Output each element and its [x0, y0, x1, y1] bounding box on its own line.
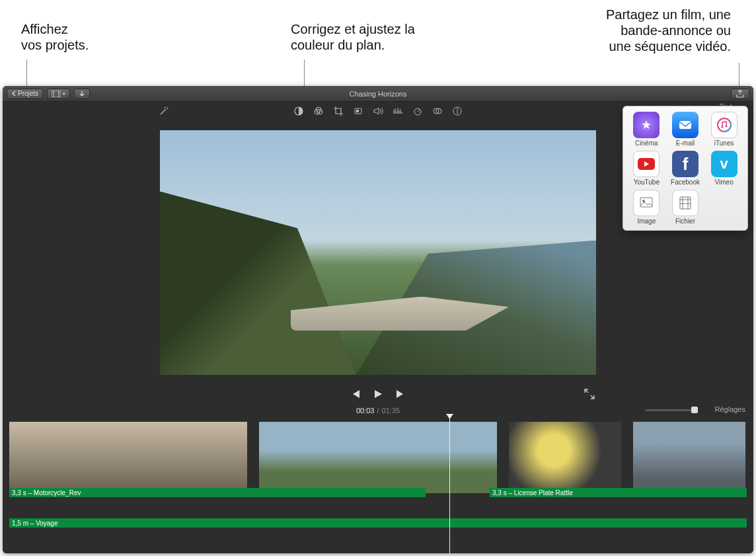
share-label: Cinéma [635, 139, 658, 147]
callout-text: bande-annonce ou [546, 22, 731, 38]
back-to-projects-button[interactable]: Projets [7, 89, 43, 99]
vimeo-icon: v [711, 151, 737, 177]
share-label: YouTube [634, 179, 660, 186]
share-label: Fichier [675, 218, 695, 225]
playback-controls [3, 385, 753, 403]
back-label: Projets [18, 90, 38, 97]
music-track: 1,5 m – Voyage [9, 518, 747, 528]
share-icon [736, 90, 744, 98]
svg-rect-8 [356, 110, 359, 112]
callout-leader-line [739, 63, 739, 87]
svg-point-19 [725, 126, 727, 128]
callout-share: Partagez un film, une bande-annonce ou u… [546, 7, 731, 54]
info-icon[interactable] [452, 106, 463, 116]
timeline-clip[interactable] [259, 422, 497, 493]
callout-color: Corrigez et ajustez la couleur du plan. [291, 21, 415, 53]
speed-icon[interactable] [412, 106, 423, 116]
callout-projects: Affichez vos projets. [21, 21, 89, 53]
magic-wand-icon[interactable] [159, 106, 169, 116]
svg-rect-23 [680, 197, 691, 209]
preview-image-content [160, 192, 356, 376]
filter-icon[interactable] [432, 106, 443, 116]
svg-point-22 [642, 200, 645, 202]
zoom-knob[interactable] [691, 407, 698, 413]
mail-icon [672, 112, 699, 138]
callout-text: vos projets. [21, 37, 89, 53]
zoom-track [645, 409, 698, 411]
toolbar-left: Projets ▾ [7, 89, 90, 99]
clip-thumbnail [9, 422, 128, 493]
clip-thumbnail [128, 422, 247, 493]
next-frame-button[interactable] [395, 389, 406, 399]
time-bar: 00:03 / 01:35 Réglages [3, 403, 753, 418]
share-label: Image [637, 218, 656, 225]
share-option-youtube[interactable]: YouTube [627, 151, 666, 186]
share-option-cinema[interactable]: ★ Cinéma [627, 112, 666, 147]
svg-rect-21 [640, 198, 652, 207]
share-option-file[interactable]: Fichier [666, 190, 705, 225]
playhead[interactable] [449, 418, 450, 553]
share-option-image[interactable]: Image [627, 190, 666, 225]
itunes-icon [711, 112, 737, 138]
crop-icon[interactable] [333, 106, 344, 116]
share-label: E-mail [676, 139, 695, 147]
chevron-left-icon [11, 91, 16, 97]
share-label: iTunes [714, 139, 734, 147]
timeline-clip[interactable] [633, 422, 745, 493]
music-clip[interactable]: 1,5 m – Voyage [9, 518, 747, 528]
download-arrow-icon [79, 91, 85, 97]
share-option-facebook[interactable]: f Facebook [666, 151, 705, 186]
svg-rect-0 [52, 91, 61, 97]
callout-text: Partagez un film, une [546, 7, 731, 22]
share-option-email[interactable]: E-mail [666, 112, 705, 147]
settings-button[interactable]: Réglages [715, 405, 745, 413]
share-label: Vimeo [715, 179, 734, 186]
share-option-vimeo[interactable]: v Vimeo [704, 151, 743, 186]
clip-thumbnail [509, 422, 621, 493]
video-track [9, 422, 747, 496]
fullscreen-button[interactable] [584, 389, 595, 399]
play-button[interactable] [373, 389, 383, 399]
callout-leader-line [26, 60, 27, 87]
chevron-down-icon: ▾ [63, 91, 65, 97]
import-button[interactable] [74, 89, 90, 99]
callout-text: couleur du plan. [291, 37, 415, 53]
app-window: Projets ▾ Chasing Horizons [3, 86, 753, 553]
color-correction-icon[interactable] [313, 106, 324, 116]
clip-thumbnail [633, 422, 745, 493]
toolbar: Projets ▾ Chasing Horizons [3, 86, 753, 102]
annotation-layer: Affichez vos projets. Corrigez et ajuste… [0, 0, 756, 86]
callout-text: une séquence vidéo. [546, 38, 731, 54]
library-view-button[interactable]: ▾ [47, 89, 70, 99]
facebook-icon: f [672, 151, 699, 177]
timeline-clip[interactable] [9, 422, 247, 493]
timeline[interactable]: 3,3 s – Motorcycle_Rev 3,3 s – License P… [3, 418, 753, 553]
svg-point-18 [721, 126, 723, 128]
prev-frame-button[interactable] [350, 389, 361, 399]
cinema-icon: ★ [633, 112, 660, 138]
current-time: 00:03 [356, 407, 375, 415]
image-icon [633, 190, 660, 216]
total-time: 01:35 [382, 407, 400, 415]
audio-clip-label[interactable]: 3,3 s – License Plate Rattle [490, 488, 747, 497]
svg-rect-15 [679, 121, 691, 129]
clip-thumbnail [259, 422, 378, 493]
file-icon [672, 190, 699, 216]
share-popover: ★ Cinéma E-mail iTunes YouTube f Faceboo… [623, 106, 748, 231]
callout-text: Affichez [21, 21, 89, 37]
youtube-icon [633, 151, 660, 177]
share-button[interactable] [731, 89, 749, 99]
share-option-itunes[interactable]: iTunes [704, 112, 743, 147]
color-balance-icon[interactable] [293, 106, 304, 116]
callout-text: Corrigez et ajustez la [291, 21, 415, 37]
volume-icon[interactable] [373, 106, 383, 116]
zoom-slider[interactable] [645, 406, 698, 414]
preview-frame[interactable] [160, 130, 596, 375]
audio-clip-label[interactable]: 3,3 s – Motorcycle_Rev [9, 488, 426, 497]
clip-thumbnail [378, 422, 497, 493]
timeline-clip[interactable] [509, 422, 621, 493]
project-title: Chasing Horizons [350, 90, 407, 98]
stabilize-icon[interactable] [353, 106, 363, 116]
svg-point-14 [457, 108, 458, 110]
noise-reduction-icon[interactable] [393, 106, 403, 116]
